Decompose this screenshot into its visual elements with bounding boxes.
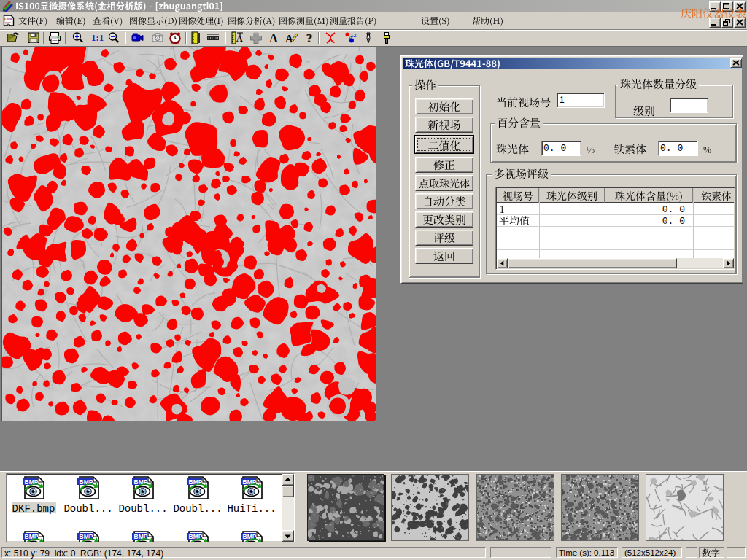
svg-text:1:1: 1:1 bbox=[91, 32, 104, 43]
svg-text:DOC: DOC bbox=[4, 17, 15, 21]
svg-text:A: A bbox=[285, 33, 293, 44]
svg-text:A: A bbox=[269, 31, 278, 44]
svg-text:?: ? bbox=[306, 31, 313, 44]
svg-text:123: 123 bbox=[351, 33, 357, 38]
